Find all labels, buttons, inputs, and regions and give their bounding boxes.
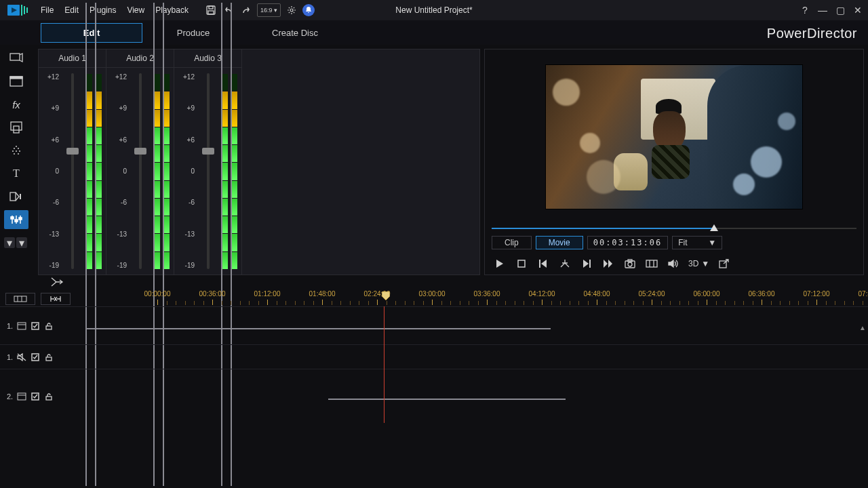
seek-thumb-icon[interactable]: [710, 224, 718, 232]
media-room-icon[interactable]: [4, 49, 28, 68]
track-lock-icon[interactable]: [44, 321, 54, 331]
svg-point-29: [628, 262, 632, 266]
audio-scale: +12+9+60-6-13-19: [43, 70, 59, 272]
preview-clip-button[interactable]: Clip: [492, 236, 532, 249]
timeline-view-icon[interactable]: [5, 293, 35, 305]
svg-rect-44: [46, 357, 52, 361]
title-room-icon[interactable]: T: [4, 164, 28, 183]
menu-view[interactable]: View: [121, 3, 150, 18]
fast-forward-icon[interactable]: [601, 257, 615, 270]
timeline-toolbar: [0, 275, 868, 291]
svg-rect-10: [10, 77, 22, 79]
prev-frame-icon[interactable]: [536, 257, 550, 270]
preview-panel: Clip Movie 00:03:13:06 Fit▼ 3D ▼: [484, 49, 864, 275]
audio-mixing-panel: Audio 1 +12+9+60-6-13-19 Audio 2 +12+9+6…: [38, 49, 480, 275]
pip-room-icon[interactable]: [4, 72, 28, 91]
track-lock-icon[interactable]: [44, 352, 54, 362]
audio-meter-2-l: [153, 73, 160, 269]
track-number: 2.: [7, 392, 13, 401]
audio-meter-3-l: [221, 73, 228, 269]
undo-icon[interactable]: [222, 3, 235, 17]
maximize-button[interactable]: ▢: [834, 4, 846, 16]
close-button[interactable]: ✕: [852, 4, 864, 16]
track-lock-icon[interactable]: [44, 392, 54, 401]
audio-fader-2[interactable]: [130, 70, 151, 272]
minimize-button[interactable]: —: [816, 4, 829, 16]
svg-rect-41: [46, 326, 52, 329]
svg-point-18: [19, 150, 20, 152]
svg-rect-27: [589, 260, 591, 268]
menu-playback[interactable]: Playback: [150, 3, 194, 18]
audio-meter-2-r: [163, 73, 170, 269]
track-visible-icon[interactable]: [31, 321, 40, 331]
menu-edit[interactable]: Edit: [59, 3, 84, 18]
timeline-scrollbar[interactable]: ▲: [860, 324, 867, 488]
transition-room-icon[interactable]: [4, 187, 28, 206]
svg-rect-31: [646, 260, 657, 267]
video-track-icon[interactable]: [17, 321, 26, 331]
display-options-icon[interactable]: [645, 257, 658, 270]
clip-lens-flare-1[interactable]: Lens Flare 1: [328, 399, 566, 400]
redo-icon[interactable]: [239, 3, 253, 17]
audio-scale: +12+9+60-6-13-19: [111, 70, 127, 272]
mode-produce[interactable]: Produce: [142, 24, 244, 42]
settings-icon[interactable]: [285, 3, 298, 17]
step-icon[interactable]: [558, 257, 572, 270]
menu-file[interactable]: File: [35, 3, 59, 18]
video-track-icon[interactable]: [17, 392, 26, 401]
next-frame-icon[interactable]: [580, 257, 593, 270]
preview-movie-button[interactable]: Movie: [536, 236, 583, 249]
timecode-display[interactable]: 00:03:13:06: [587, 236, 668, 249]
svg-rect-48: [46, 396, 52, 400]
mode-create-disc[interactable]: Create Disc: [244, 24, 346, 42]
track-visible-icon[interactable]: [31, 392, 40, 401]
app-logo: [4, 3, 31, 18]
clip-travel-01[interactable]: Travel 01: [87, 328, 551, 329]
3d-button[interactable]: 3D ▼: [688, 257, 709, 270]
aspect-ratio-icon[interactable]: 16:9 ▾: [257, 3, 281, 17]
audio-track-2: Audio 2 +12+9+60-6-13-19: [106, 49, 174, 274]
svg-point-17: [16, 150, 17, 152]
particle-room-icon[interactable]: [4, 118, 28, 137]
mode-edit[interactable]: Edit: [41, 23, 142, 43]
seek-bar[interactable]: [492, 224, 856, 232]
timeline: 00:00:0000:36:0001:12:0001:48:0002:24:00…: [0, 291, 868, 423]
svg-rect-2: [24, 6, 25, 14]
playhead-marker-icon[interactable]: [382, 291, 390, 301]
svg-rect-5: [209, 6, 213, 9]
spray-room-icon[interactable]: [4, 141, 28, 160]
play-icon[interactable]: [493, 257, 507, 270]
svg-rect-1: [21, 5, 22, 16]
audio-mixing-room-icon[interactable]: [4, 210, 28, 229]
timeline-snap-icon[interactable]: [41, 293, 71, 305]
svg-rect-3: [26, 7, 28, 13]
audio-scale: +12+9+60-6-13-19: [178, 70, 195, 272]
stop-icon[interactable]: [515, 257, 528, 270]
volume-icon[interactable]: [667, 257, 680, 270]
room-collapse-icon[interactable]: ▾: [4, 237, 15, 248]
clip-label: Lens Flare 1: [410, 399, 460, 400]
help-icon[interactable]: ?: [799, 4, 811, 16]
track-visible-icon[interactable]: [31, 352, 40, 362]
svg-rect-38: [18, 323, 26, 329]
preview-zoom-select[interactable]: Fit▼: [672, 236, 722, 249]
split-clip-icon[interactable]: [50, 277, 64, 290]
audio-fader-1[interactable]: [62, 70, 83, 272]
menu-plugins[interactable]: Plugins: [84, 3, 121, 18]
fx-room-icon[interactable]: fx: [4, 95, 28, 114]
snapshot-icon[interactable]: [623, 257, 637, 270]
audio-fader-3[interactable]: [197, 70, 218, 272]
room-expand-icon[interactable]: ▾: [16, 237, 27, 248]
svg-rect-45: [18, 393, 26, 400]
audio-meter-1-l: [85, 73, 92, 269]
svg-point-14: [14, 148, 15, 149]
audio-track-icon[interactable]: [17, 352, 26, 362]
project-title: New Untitled Project*: [395, 5, 472, 15]
svg-point-15: [18, 148, 19, 149]
audio-meter-3-r: [231, 73, 237, 269]
save-icon[interactable]: [204, 3, 218, 17]
room-sidebar: fx T ▾ ▾: [4, 49, 34, 275]
scroll-up-icon[interactable]: ▲: [859, 324, 866, 331]
notification-icon[interactable]: [302, 4, 315, 16]
undock-icon[interactable]: [717, 257, 731, 270]
